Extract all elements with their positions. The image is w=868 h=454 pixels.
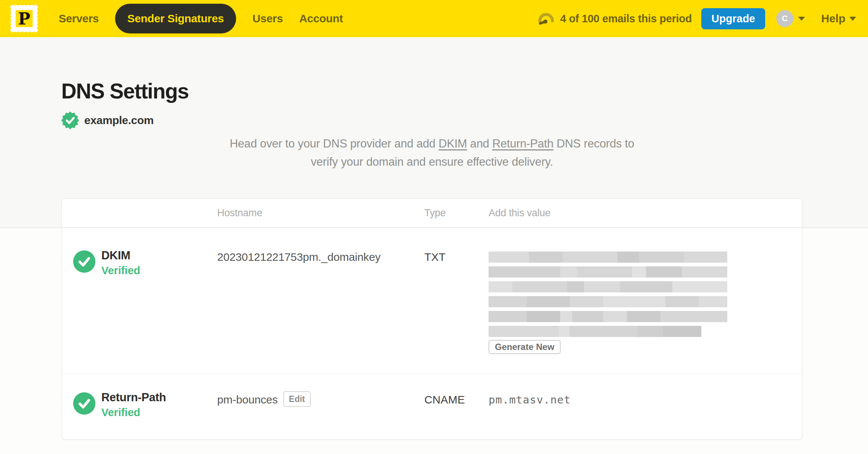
help-menu[interactable]: Help — [821, 12, 856, 25]
return-path-value-cell: pm.mtasv.net — [489, 374, 802, 439]
dkim-link[interactable]: DKIM — [438, 137, 467, 150]
dkim-hostname: 20230121221753pm._domainkey — [217, 228, 424, 374]
dkim-status-labels: DKIM Verified — [101, 249, 140, 277]
redacted-value-bar — [489, 311, 727, 322]
return-path-link[interactable]: Return-Path — [492, 137, 554, 150]
dkim-hostname-value: 20230121221753pm._domainkey — [217, 251, 381, 263]
postmark-logo[interactable]: P — [9, 3, 39, 34]
dkim-value-cell: Generate New — [489, 228, 802, 374]
return-path-record-value: pm.mtasv.net — [489, 393, 571, 406]
generate-new-button[interactable]: Generate New — [489, 340, 561, 354]
table-row-return-path: Return-Path Verified pm-bounces Edit CNA… — [62, 374, 802, 439]
usage-indicator[interactable]: 4 of 100 emails this period — [537, 10, 692, 27]
redacted-value-bar — [489, 296, 727, 307]
return-path-status-labels: Return-Path Verified — [101, 390, 166, 419]
intro-text-part: and — [467, 137, 492, 150]
record-status-badge: Verified — [101, 264, 140, 277]
table-header-row: Hostname Type Add this value — [62, 199, 802, 228]
postage-stamp-icon: P — [9, 3, 39, 34]
page-title: DNS Settings — [61, 79, 189, 103]
nav-item-account[interactable]: Account — [299, 12, 343, 25]
dns-records-card: Hostname Type Add this value DKIM Verifi… — [62, 198, 802, 440]
usage-text: 4 of 100 emails this period — [560, 13, 692, 25]
return-path-status-cell: Return-Path Verified — [62, 374, 217, 439]
chevron-down-icon — [849, 17, 856, 21]
dkim-type: TXT — [424, 228, 489, 374]
usage-gauge-icon — [537, 10, 555, 27]
table-row-dkim: DKIM Verified 20230121221753pm._domainke… — [62, 228, 802, 374]
help-label: Help — [821, 12, 845, 25]
nav-item-users[interactable]: Users — [252, 12, 283, 25]
edit-hostname-button[interactable]: Edit — [283, 391, 310, 407]
return-path-hostname: pm-bounces Edit — [217, 374, 424, 439]
redacted-value-bar — [489, 266, 727, 278]
account-menu[interactable]: C — [776, 10, 805, 27]
record-status-badge: Verified — [101, 406, 166, 419]
record-name: Return-Path — [101, 390, 166, 405]
dkim-status-cell: DKIM Verified — [62, 228, 217, 374]
nav-item-sender-signatures[interactable]: Sender Signatures — [115, 4, 236, 33]
nav-item-servers[interactable]: Servers — [59, 12, 99, 25]
avatar: C — [776, 10, 793, 27]
intro-text: Head over to your DNS provider and add D… — [62, 134, 802, 171]
record-name: DKIM — [101, 249, 140, 263]
redacted-value-bar — [489, 326, 701, 337]
redacted-value-bar — [489, 252, 727, 263]
nav-right-group: 4 of 100 emails this period Upgrade C He… — [537, 8, 859, 29]
redacted-value-bar — [489, 281, 727, 292]
column-header-type: Type — [424, 207, 489, 219]
dkim-record-value-redacted — [489, 252, 802, 337]
primary-nav-links: Servers Sender Signatures Users Account — [59, 4, 343, 33]
intro-text-part: Head over to your DNS provider and add — [230, 137, 439, 150]
column-header-hostname: Hostname — [217, 207, 424, 219]
verified-domain: example.com — [61, 111, 154, 129]
domain-name: example.com — [84, 114, 154, 127]
dns-settings-page: P Servers Sender Signatures Users Accoun… — [0, 0, 868, 454]
column-header-value: Add this value — [489, 207, 802, 219]
verified-seal-icon — [61, 111, 79, 129]
logo-letter: P — [18, 9, 30, 28]
return-path-type: CNAME — [424, 374, 489, 439]
upgrade-button[interactable]: Upgrade — [701, 8, 765, 29]
top-nav: P Servers Sender Signatures Users Accoun… — [0, 0, 868, 37]
intro-text-part: DNS records to — [554, 137, 634, 150]
return-path-hostname-value: pm-bounces — [217, 393, 278, 406]
intro-text-part: verify your domain and ensure effective … — [311, 155, 553, 168]
verified-check-icon — [73, 250, 95, 273]
chevron-down-icon — [798, 17, 805, 21]
verified-check-icon — [73, 392, 95, 415]
